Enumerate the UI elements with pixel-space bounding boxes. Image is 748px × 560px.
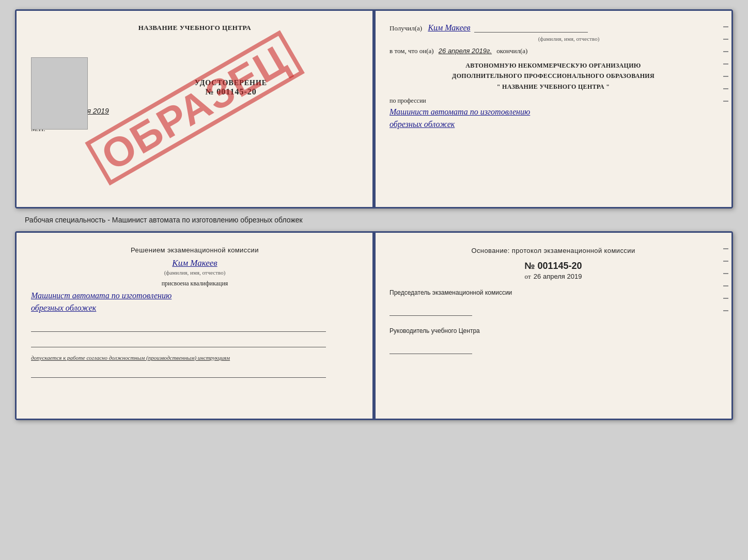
- completed-row: в том, что он(а) 26 апреля 2019г. окончи…: [389, 47, 717, 55]
- qualification-label: присвоена квалификация: [31, 280, 359, 287]
- tick-2: [723, 39, 728, 40]
- signatory-block: Председатель экзаменационной комиссии Ру…: [389, 288, 717, 354]
- basis-title: Основание: протокол экзаменационной коми…: [389, 245, 717, 257]
- protocol-date-value: 26 апреля 2019: [534, 273, 582, 280]
- org-name: " НАЗВАНИЕ УЧЕБНОГО ЦЕНТРА ": [389, 82, 717, 92]
- tick-3: [723, 51, 728, 52]
- inner-left-panel: Решением экзаменационной комиссии Ким Ма…: [17, 233, 373, 419]
- cert-number: № 001145-20: [103, 87, 359, 97]
- profession-line2: обрезных обложек: [389, 118, 717, 131]
- edu-center-name: НАЗВАНИЕ УЧЕБНОГО ЦЕНТРА: [31, 23, 359, 33]
- r2-tick-3: [723, 273, 728, 274]
- inner-right-panel: Основание: протокол экзаменационной коми…: [373, 233, 731, 419]
- decision-title: Решением экзаменационной комиссии: [31, 245, 359, 256]
- photo-placeholder: [31, 57, 88, 130]
- org-line1: АВТОНОМНУЮ НЕКОММЕРЧЕСКУЮ ОРГАНИЗАЦИЮ: [389, 60, 717, 71]
- допуск-row: допускается к работе согласно должностны…: [31, 354, 359, 363]
- qualification-line2: обрезных обложек: [31, 302, 359, 314]
- blank-line-3: [31, 366, 326, 378]
- director-sig-line: [389, 344, 472, 354]
- dash-line: [474, 32, 588, 33]
- cert-title-block: НАЗВАНИЕ УЧЕБНОГО ЦЕНТРА: [31, 23, 359, 33]
- recipient-row: Получил(а) Ким Макеев: [389, 23, 717, 33]
- tick-4: [723, 63, 728, 65]
- r2-tick-4: [723, 285, 728, 286]
- recipient-prefix: Получил(а): [389, 24, 422, 32]
- decision-person-sublabel: (фамилия, имя, отчество): [31, 269, 359, 276]
- chairman-label: Председатель экзаменационной комиссии: [389, 288, 717, 297]
- qualification-line1: Машинист автомата по изготовлению: [31, 290, 359, 302]
- recipient-sublabel: (фамилия, имя, отчество): [420, 36, 717, 42]
- udost-label: УДОСТОВЕРЕНИЕ: [103, 79, 359, 87]
- right-edge-marks: [723, 26, 728, 102]
- profession-label: по профессии: [389, 97, 717, 105]
- blank-line-1: [31, 321, 326, 332]
- specialty-label: Рабочая специальность - Машинист автомат…: [25, 216, 303, 224]
- decision-person-name: Ким Макеев: [31, 258, 359, 268]
- certificate-card-front: НАЗВАНИЕ УЧЕБНОГО ЦЕНТРА УДОСТОВЕРЕНИЕ №…: [15, 9, 733, 209]
- tick-5: [723, 76, 728, 77]
- director-label: Руководитель учебного Центра: [389, 326, 717, 335]
- certificate-card-inner: Решением экзаменационной комиссии Ким Ма…: [15, 231, 733, 420]
- inner-right2-edge-marks: [723, 248, 728, 311]
- completed-prefix: в том, что он(а): [389, 47, 434, 55]
- blank-lines: [31, 321, 359, 347]
- blank-line-2: [31, 336, 326, 347]
- protocol-date-prefix: от: [525, 273, 531, 280]
- org-line2: ДОПОЛНИТЕЛЬНОГО ПРОФЕССИОНАЛЬНОГО ОБРАЗО…: [389, 71, 717, 81]
- org-block: АВТОНОМНУЮ НЕКОММЕРЧЕСКУЮ ОРГАНИЗАЦИЮ ДО…: [389, 60, 717, 92]
- recipient-name: Ким Макеев: [428, 23, 470, 32]
- cert-right-panel: Получил(а) Ким Макеев (фамилия, имя, отч…: [373, 11, 731, 207]
- completed-date: 26 апреля 2019г.: [439, 47, 492, 55]
- r2-tick-1: [723, 248, 728, 249]
- protocol-number: № 001145-20: [389, 261, 717, 271]
- r2-tick-2: [723, 261, 728, 262]
- cert-left-panel: НАЗВАНИЕ УЧЕБНОГО ЦЕНТРА УДОСТОВЕРЕНИЕ №…: [17, 11, 373, 207]
- tick-6: [723, 88, 728, 89]
- tick-1: [723, 26, 728, 27]
- r2-tick-5: [723, 298, 728, 299]
- profession-line1: Машинист автомата по изготовлению: [389, 106, 717, 118]
- tick-7: [723, 101, 728, 102]
- r2-tick-6: [723, 310, 728, 311]
- completed-suffix: окончил(а): [496, 47, 527, 55]
- protocol-date-row: от 26 апреля 2019: [389, 273, 717, 281]
- chairman-sig-line: [389, 306, 472, 316]
